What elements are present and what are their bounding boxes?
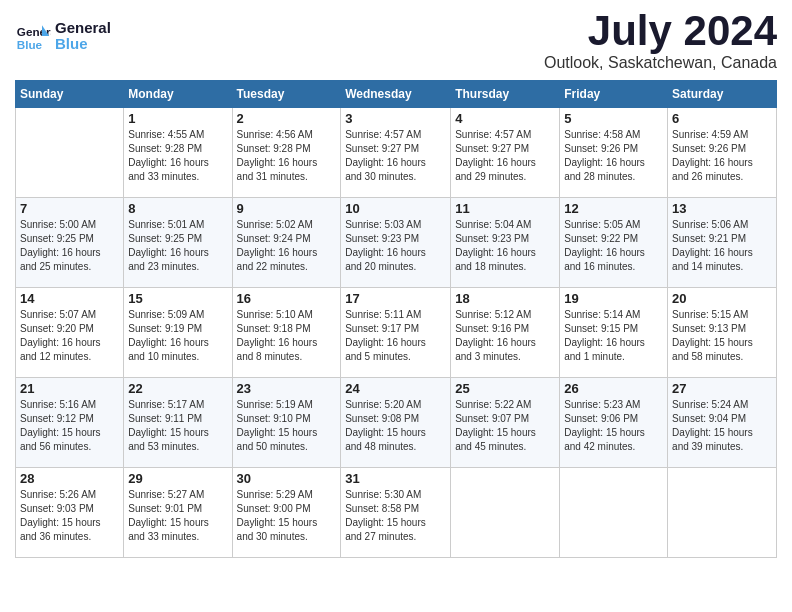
day-info: Sunrise: 5:30 AM Sunset: 8:58 PM Dayligh…: [345, 488, 446, 544]
table-cell: 1Sunrise: 4:55 AM Sunset: 9:28 PM Daylig…: [124, 108, 232, 198]
day-number: 11: [455, 201, 555, 216]
day-info: Sunrise: 4:58 AM Sunset: 9:26 PM Dayligh…: [564, 128, 663, 184]
day-number: 12: [564, 201, 663, 216]
week-row-1: 1Sunrise: 4:55 AM Sunset: 9:28 PM Daylig…: [16, 108, 777, 198]
day-number: 2: [237, 111, 337, 126]
day-info: Sunrise: 5:15 AM Sunset: 9:13 PM Dayligh…: [672, 308, 772, 364]
col-monday: Monday: [124, 81, 232, 108]
logo-line1: General: [55, 20, 111, 37]
table-cell: 9Sunrise: 5:02 AM Sunset: 9:24 PM Daylig…: [232, 198, 341, 288]
table-cell: 8Sunrise: 5:01 AM Sunset: 9:25 PM Daylig…: [124, 198, 232, 288]
day-number: 17: [345, 291, 446, 306]
table-cell: 14Sunrise: 5:07 AM Sunset: 9:20 PM Dayli…: [16, 288, 124, 378]
table-cell: 17Sunrise: 5:11 AM Sunset: 9:17 PM Dayli…: [341, 288, 451, 378]
table-cell: 31Sunrise: 5:30 AM Sunset: 8:58 PM Dayli…: [341, 468, 451, 558]
title-area: July 2024 Outlook, Saskatchewan, Canada: [544, 10, 777, 72]
day-number: 19: [564, 291, 663, 306]
table-cell: 15Sunrise: 5:09 AM Sunset: 9:19 PM Dayli…: [124, 288, 232, 378]
day-number: 9: [237, 201, 337, 216]
day-info: Sunrise: 4:56 AM Sunset: 9:28 PM Dayligh…: [237, 128, 337, 184]
day-number: 1: [128, 111, 227, 126]
day-number: 13: [672, 201, 772, 216]
table-cell: 5Sunrise: 4:58 AM Sunset: 9:26 PM Daylig…: [560, 108, 668, 198]
day-info: Sunrise: 5:19 AM Sunset: 9:10 PM Dayligh…: [237, 398, 337, 454]
day-info: Sunrise: 4:59 AM Sunset: 9:26 PM Dayligh…: [672, 128, 772, 184]
svg-text:Blue: Blue: [17, 38, 43, 51]
day-number: 31: [345, 471, 446, 486]
day-info: Sunrise: 5:07 AM Sunset: 9:20 PM Dayligh…: [20, 308, 119, 364]
day-info: Sunrise: 5:12 AM Sunset: 9:16 PM Dayligh…: [455, 308, 555, 364]
day-number: 5: [564, 111, 663, 126]
day-number: 14: [20, 291, 119, 306]
location-title: Outlook, Saskatchewan, Canada: [544, 54, 777, 72]
table-cell: 7Sunrise: 5:00 AM Sunset: 9:25 PM Daylig…: [16, 198, 124, 288]
day-info: Sunrise: 5:22 AM Sunset: 9:07 PM Dayligh…: [455, 398, 555, 454]
table-cell: 11Sunrise: 5:04 AM Sunset: 9:23 PM Dayli…: [451, 198, 560, 288]
table-cell: [668, 468, 777, 558]
day-number: 7: [20, 201, 119, 216]
table-cell: 18Sunrise: 5:12 AM Sunset: 9:16 PM Dayli…: [451, 288, 560, 378]
day-info: Sunrise: 5:20 AM Sunset: 9:08 PM Dayligh…: [345, 398, 446, 454]
day-info: Sunrise: 5:29 AM Sunset: 9:00 PM Dayligh…: [237, 488, 337, 544]
table-cell: 20Sunrise: 5:15 AM Sunset: 9:13 PM Dayli…: [668, 288, 777, 378]
col-friday: Friday: [560, 81, 668, 108]
day-info: Sunrise: 5:16 AM Sunset: 9:12 PM Dayligh…: [20, 398, 119, 454]
table-cell: 24Sunrise: 5:20 AM Sunset: 9:08 PM Dayli…: [341, 378, 451, 468]
day-number: 18: [455, 291, 555, 306]
day-info: Sunrise: 5:17 AM Sunset: 9:11 PM Dayligh…: [128, 398, 227, 454]
day-number: 27: [672, 381, 772, 396]
day-number: 26: [564, 381, 663, 396]
day-info: Sunrise: 5:14 AM Sunset: 9:15 PM Dayligh…: [564, 308, 663, 364]
day-number: 8: [128, 201, 227, 216]
col-thursday: Thursday: [451, 81, 560, 108]
col-tuesday: Tuesday: [232, 81, 341, 108]
day-info: Sunrise: 5:00 AM Sunset: 9:25 PM Dayligh…: [20, 218, 119, 274]
table-cell: 30Sunrise: 5:29 AM Sunset: 9:00 PM Dayli…: [232, 468, 341, 558]
day-info: Sunrise: 5:11 AM Sunset: 9:17 PM Dayligh…: [345, 308, 446, 364]
week-row-4: 21Sunrise: 5:16 AM Sunset: 9:12 PM Dayli…: [16, 378, 777, 468]
table-cell: 6Sunrise: 4:59 AM Sunset: 9:26 PM Daylig…: [668, 108, 777, 198]
table-cell: 3Sunrise: 4:57 AM Sunset: 9:27 PM Daylig…: [341, 108, 451, 198]
day-info: Sunrise: 5:03 AM Sunset: 9:23 PM Dayligh…: [345, 218, 446, 274]
day-number: 20: [672, 291, 772, 306]
table-cell: 28Sunrise: 5:26 AM Sunset: 9:03 PM Dayli…: [16, 468, 124, 558]
month-year-title: July 2024: [544, 10, 777, 52]
day-info: Sunrise: 5:04 AM Sunset: 9:23 PM Dayligh…: [455, 218, 555, 274]
day-info: Sunrise: 5:27 AM Sunset: 9:01 PM Dayligh…: [128, 488, 227, 544]
day-info: Sunrise: 5:06 AM Sunset: 9:21 PM Dayligh…: [672, 218, 772, 274]
col-saturday: Saturday: [668, 81, 777, 108]
table-cell: 2Sunrise: 4:56 AM Sunset: 9:28 PM Daylig…: [232, 108, 341, 198]
day-info: Sunrise: 5:24 AM Sunset: 9:04 PM Dayligh…: [672, 398, 772, 454]
day-number: 29: [128, 471, 227, 486]
day-number: 15: [128, 291, 227, 306]
calendar-table: Sunday Monday Tuesday Wednesday Thursday…: [15, 80, 777, 558]
logo-line2: Blue: [55, 36, 111, 53]
page-header: General Blue General Blue July 2024 Outl…: [15, 10, 777, 72]
week-row-5: 28Sunrise: 5:26 AM Sunset: 9:03 PM Dayli…: [16, 468, 777, 558]
logo-icon: General Blue: [15, 18, 51, 54]
day-number: 23: [237, 381, 337, 396]
day-number: 22: [128, 381, 227, 396]
day-info: Sunrise: 5:10 AM Sunset: 9:18 PM Dayligh…: [237, 308, 337, 364]
day-info: Sunrise: 5:05 AM Sunset: 9:22 PM Dayligh…: [564, 218, 663, 274]
day-number: 10: [345, 201, 446, 216]
day-info: Sunrise: 5:23 AM Sunset: 9:06 PM Dayligh…: [564, 398, 663, 454]
day-number: 21: [20, 381, 119, 396]
day-info: Sunrise: 4:57 AM Sunset: 9:27 PM Dayligh…: [455, 128, 555, 184]
table-cell: 19Sunrise: 5:14 AM Sunset: 9:15 PM Dayli…: [560, 288, 668, 378]
table-cell: [451, 468, 560, 558]
table-cell: [16, 108, 124, 198]
table-cell: 27Sunrise: 5:24 AM Sunset: 9:04 PM Dayli…: [668, 378, 777, 468]
day-number: 28: [20, 471, 119, 486]
table-cell: 10Sunrise: 5:03 AM Sunset: 9:23 PM Dayli…: [341, 198, 451, 288]
day-info: Sunrise: 4:55 AM Sunset: 9:28 PM Dayligh…: [128, 128, 227, 184]
day-info: Sunrise: 5:26 AM Sunset: 9:03 PM Dayligh…: [20, 488, 119, 544]
table-cell: 13Sunrise: 5:06 AM Sunset: 9:21 PM Dayli…: [668, 198, 777, 288]
table-cell: 22Sunrise: 5:17 AM Sunset: 9:11 PM Dayli…: [124, 378, 232, 468]
week-row-3: 14Sunrise: 5:07 AM Sunset: 9:20 PM Dayli…: [16, 288, 777, 378]
day-number: 30: [237, 471, 337, 486]
day-info: Sunrise: 5:01 AM Sunset: 9:25 PM Dayligh…: [128, 218, 227, 274]
week-row-2: 7Sunrise: 5:00 AM Sunset: 9:25 PM Daylig…: [16, 198, 777, 288]
day-info: Sunrise: 4:57 AM Sunset: 9:27 PM Dayligh…: [345, 128, 446, 184]
table-cell: 4Sunrise: 4:57 AM Sunset: 9:27 PM Daylig…: [451, 108, 560, 198]
